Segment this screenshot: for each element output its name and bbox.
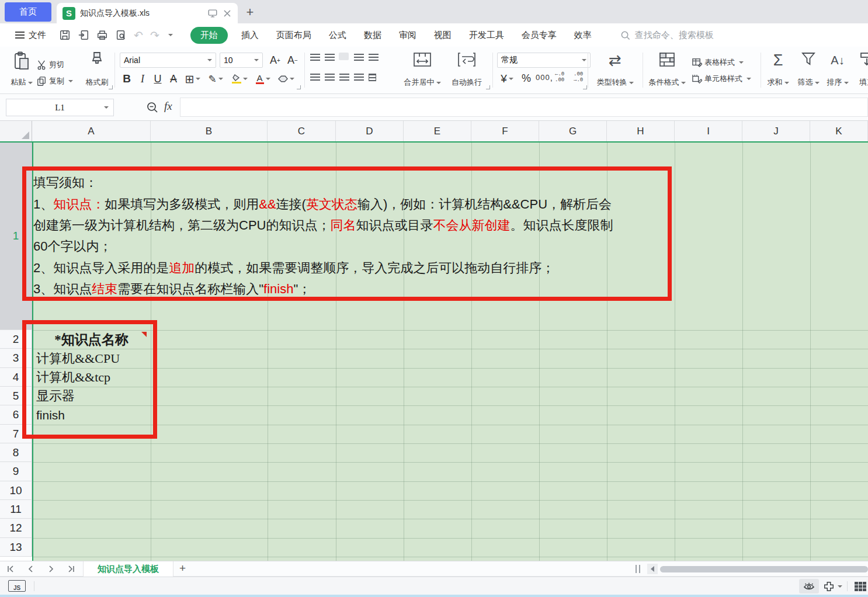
strikethrough-icon[interactable]: A [166, 71, 180, 86]
align-right-icon[interactable] [339, 74, 349, 81]
name-box[interactable]: L1 [6, 99, 114, 116]
command-search[interactable]: 查找命令、搜索模板 [620, 30, 714, 41]
quick-access-dropdown-icon[interactable] [168, 34, 173, 36]
home-tab[interactable]: 首页 [5, 2, 51, 22]
table-style-button[interactable]: 表格样式 [692, 57, 744, 68]
percent-format-icon[interactable]: % [519, 72, 533, 85]
cell-style-button[interactable]: 单元格样式 [692, 74, 751, 84]
tab-home[interactable]: 开始 [190, 27, 228, 44]
file-menu[interactable]: 文件 [15, 30, 46, 41]
align-left-icon[interactable] [310, 74, 320, 81]
tab-view[interactable]: 视图 [425, 23, 460, 47]
number-dialog-launcher[interactable] [583, 85, 587, 89]
zoom-formula-icon[interactable] [146, 101, 159, 114]
underline-icon[interactable]: U [151, 71, 165, 86]
italic-icon[interactable]: I [136, 71, 149, 86]
document-tab[interactable]: S 知识点导入模板.xls [57, 3, 238, 23]
tab-developer[interactable]: 开发工具 [460, 23, 513, 47]
decrease-decimal-icon[interactable]: .00→.0 [574, 71, 583, 83]
save-icon[interactable] [59, 29, 71, 41]
sum-button[interactable]: Σ 求和 [764, 51, 792, 88]
fill-button[interactable]: 填充 [853, 51, 868, 88]
clipboard-dialog-launcher[interactable] [109, 85, 113, 89]
increase-font-icon[interactable]: A+ [268, 53, 283, 68]
fill-color-icon[interactable] [229, 71, 250, 86]
increase-indent-icon[interactable] [369, 54, 379, 61]
row-header-8[interactable]: 8 [0, 443, 32, 462]
column-header-F[interactable]: F [471, 121, 539, 142]
column-header-B[interactable]: B [151, 121, 268, 142]
draw-border-icon[interactable]: ✎ [206, 71, 225, 86]
row-header-9[interactable]: 9 [0, 462, 32, 481]
text-orientation-icon[interactable] [369, 74, 376, 81]
sheet-tab-active[interactable]: 知识点导入模板 [83, 561, 173, 577]
increase-decimal-icon[interactable]: ←.0.00 [555, 71, 564, 83]
sort-button[interactable]: A↓ 排序 [824, 51, 852, 88]
paste-button[interactable]: 粘贴 [7, 51, 36, 88]
row-header-10[interactable]: 10 [0, 481, 32, 500]
merge-center-button[interactable]: 合并居中 [402, 51, 443, 88]
column-header-D[interactable]: D [336, 121, 404, 142]
row-header-12[interactable]: 12 [0, 519, 32, 538]
font-dialog-launcher[interactable] [297, 85, 301, 89]
column-header-K[interactable]: K [810, 121, 868, 142]
tab-formulas[interactable]: 公式 [320, 23, 355, 47]
column-header-G[interactable]: G [539, 121, 607, 142]
row-header-13[interactable]: 13 [0, 538, 32, 557]
column-header-I[interactable]: I [675, 121, 742, 142]
conditional-format-button[interactable]: 条件格式 [646, 51, 688, 88]
column-header-H[interactable]: H [607, 121, 675, 142]
tab-review[interactable]: 审阅 [390, 23, 425, 47]
fx-icon[interactable]: fx [164, 100, 172, 113]
align-center-icon[interactable] [325, 74, 335, 81]
copy-button[interactable]: 复制 [36, 76, 73, 86]
column-header-J[interactable]: J [742, 121, 810, 142]
add-sheet-button[interactable]: + [179, 562, 186, 575]
close-tab-icon[interactable] [223, 9, 232, 18]
undo-icon[interactable]: ↶ [134, 30, 143, 41]
type-convert-button[interactable]: ⇄ 类型转换 [591, 51, 639, 88]
hscroll-left-arrow[interactable] [647, 564, 658, 574]
next-sheet-icon[interactable] [46, 564, 56, 574]
decrease-font-icon[interactable]: A− [285, 53, 300, 68]
font-color-icon[interactable]: A [252, 71, 273, 86]
last-sheet-icon[interactable] [65, 564, 76, 574]
wrap-text-button[interactable]: 自动换行 [446, 51, 488, 88]
new-tab-button[interactable]: + [242, 5, 258, 20]
eraser-icon[interactable] [276, 71, 297, 86]
borders-icon[interactable]: ⊞ [183, 71, 203, 86]
font-name-combo[interactable]: Arial [120, 53, 216, 68]
font-size-combo[interactable]: 10 [220, 53, 263, 68]
zoom-tools-button[interactable] [821, 579, 843, 593]
align-middle-icon[interactable] [325, 54, 335, 61]
decrease-indent-icon[interactable] [354, 54, 364, 61]
align-bottom-icon[interactable] [339, 53, 349, 60]
tab-member[interactable]: 会员专享 [513, 23, 565, 47]
tab-efficiency[interactable]: 效率 [565, 23, 600, 47]
column-header-A[interactable]: A [32, 121, 151, 142]
js-macro-icon[interactable]: JS [8, 580, 26, 592]
first-sheet-icon[interactable] [6, 564, 16, 574]
tab-scroll-split-handle[interactable] [636, 565, 640, 573]
currency-format-icon[interactable]: ¥ [497, 72, 517, 85]
print-preview-icon[interactable] [115, 29, 127, 41]
redo-icon[interactable]: ↷ [150, 30, 159, 41]
select-all-corner[interactable] [0, 121, 32, 142]
normal-view-button[interactable] [852, 579, 868, 593]
format-painter-button[interactable]: 格式刷 [81, 51, 113, 88]
formula-input[interactable] [180, 98, 868, 117]
tab-page-layout[interactable]: 页面布局 [268, 23, 320, 47]
comma-format-icon[interactable]: 000, [534, 72, 554, 82]
row-header-11[interactable]: 11 [0, 500, 32, 519]
horizontal-scrollbar-thumb[interactable] [660, 566, 868, 572]
eye-protect-button[interactable] [799, 579, 819, 593]
align-top-icon[interactable] [310, 54, 320, 61]
number-format-combo[interactable]: 常规 [497, 53, 591, 68]
print-icon[interactable] [96, 29, 108, 41]
column-header-E[interactable]: E [404, 121, 471, 142]
filter-button[interactable]: 筛选 [794, 51, 822, 88]
tab-data[interactable]: 数据 [355, 23, 390, 47]
column-header-C[interactable]: C [268, 121, 336, 142]
prev-sheet-icon[interactable] [26, 564, 36, 574]
monitor-icon[interactable] [207, 8, 218, 19]
